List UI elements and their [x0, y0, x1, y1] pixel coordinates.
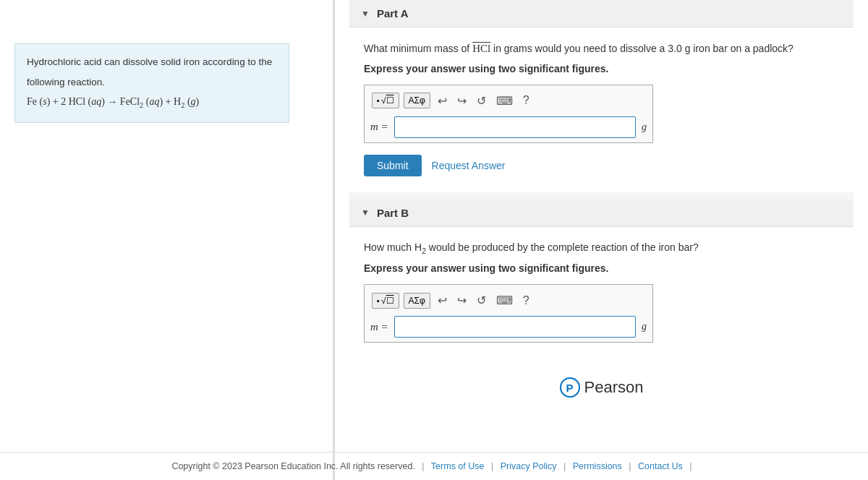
part-a-greek-button[interactable]: ΑΣφ: [404, 93, 430, 108]
part-b-keyboard-button[interactable]: ⌨: [493, 292, 516, 309]
part-a-undo-button[interactable]: ↩: [435, 93, 450, 109]
part-b-header: ▼ Part B: [349, 200, 854, 227]
part-a-keyboard-icon: ⌨: [496, 95, 513, 107]
part-a-answer-input[interactable]: [394, 116, 636, 138]
pearson-circle-icon: P: [560, 377, 580, 398]
part-b-toolbar: ▪ √☐ ΑΣφ ↩ ↪ ↺: [370, 289, 647, 312]
pearson-logo-area: P Pearson: [349, 377, 854, 398]
part-a-redo-icon: ↪: [457, 95, 467, 107]
part-b-input-area: ▪ √☐ ΑΣφ ↩ ↪ ↺: [364, 284, 653, 343]
reaction-box: Hydrochloric acid can dissolve solid iro…: [14, 43, 289, 123]
right-panel: ▼ Part A What minimum mass of HCl in gra…: [333, 0, 868, 480]
part-a-content: What minimum mass of HCl in grams would …: [349, 27, 854, 192]
privacy-policy-link[interactable]: Privacy Policy: [501, 461, 557, 471]
part-b-redo-icon: ↪: [457, 294, 467, 307]
part-b-greek-button[interactable]: ΑΣφ: [404, 293, 430, 309]
part-b-separator: [349, 192, 854, 200]
part-b-unit-label: g: [642, 321, 647, 333]
part-a-help-button[interactable]: ?: [520, 93, 532, 108]
part-a-section: ▼ Part A What minimum mass of HCl in gra…: [349, 0, 854, 192]
part-b-question: How much H2 would be produced by the com…: [364, 240, 839, 257]
part-b-greek-label: ΑΣφ: [409, 296, 425, 306]
part-b-answer-label: m =: [370, 321, 388, 333]
permissions-link[interactable]: Permissions: [573, 461, 622, 471]
part-b-help-button[interactable]: ?: [520, 293, 532, 309]
footer: Copyright © 2023 Pearson Education Inc. …: [0, 452, 868, 480]
part-b-refresh-button[interactable]: ↺: [474, 292, 489, 309]
pearson-logo: P Pearson: [349, 377, 854, 398]
part-a-answer-label: m =: [370, 121, 388, 133]
part-a-question: What minimum mass of HCl in grams would …: [364, 40, 839, 57]
reaction-text-line1: Hydrochloric acid can dissolve solid iro…: [27, 54, 277, 70]
part-a-toolbar: ▪ √☐ ΑΣφ ↩ ↪ ↺: [370, 90, 647, 112]
part-a-header: ▼ Part A: [349, 0, 854, 27]
part-b-instruction: Express your answer using two significan…: [364, 262, 839, 274]
part-b-keyboard-icon: ⌨: [496, 294, 513, 307]
part-b-undo-icon: ↩: [438, 294, 447, 307]
part-a-help-icon: ?: [523, 94, 529, 106]
part-b-matrix-icon: ▪: [377, 296, 380, 305]
part-a-answer-row: m = g: [370, 116, 647, 138]
part-a-input-area: ▪ √☐ ΑΣφ ↩ ↪ ↺: [364, 85, 653, 143]
part-a-submit-button[interactable]: Submit: [364, 155, 422, 176]
reaction-formula: Fe (s) + 2 HCl (aq) → FeCl2 (aq) + H2 (g…: [27, 94, 277, 112]
part-b-answer-row: m = g: [370, 316, 647, 338]
part-a-unit-label: g: [642, 121, 647, 133]
part-b-undo-button[interactable]: ↩: [435, 292, 450, 309]
part-b-content: How much H2 would be produced by the com…: [349, 227, 854, 371]
pearson-name-label: Pearson: [584, 378, 644, 397]
reaction-text-line2: following reaction.: [27, 74, 277, 90]
part-a-redo-button[interactable]: ↪: [454, 93, 469, 109]
part-b-sqrt-icon: √☐: [381, 296, 394, 306]
part-b-label: Part B: [377, 207, 409, 219]
part-a-refresh-icon: ↺: [477, 95, 486, 107]
part-a-undo-icon: ↩: [438, 95, 447, 107]
part-a-greek-label: ΑΣφ: [409, 95, 425, 106]
part-b-help-icon: ?: [523, 294, 529, 307]
part-a-math-button[interactable]: ▪ √☐: [372, 93, 399, 108]
part-b-answer-input[interactable]: [394, 316, 636, 338]
part-a-matrix-icon: ▪: [377, 96, 380, 105]
part-b-refresh-icon: ↺: [477, 294, 486, 307]
part-a-instruction: Express your answer using two significan…: [364, 63, 839, 74]
part-b-arrow-icon: ▼: [361, 207, 370, 218]
part-b-math-button[interactable]: ▪ √☐: [372, 293, 399, 309]
copyright-text: Copyright © 2023 Pearson Education Inc. …: [171, 461, 414, 471]
part-b-redo-button[interactable]: ↪: [454, 292, 469, 309]
contact-us-link[interactable]: Contact Us: [638, 461, 683, 471]
part-a-sqrt-icon: √☐: [381, 95, 394, 106]
terms-of-use-link[interactable]: Terms of Use: [431, 461, 485, 471]
part-a-btn-row: Submit Request Answer: [364, 155, 839, 176]
left-panel: Hydrochloric acid can dissolve solid iro…: [0, 0, 333, 480]
part-a-request-answer-link[interactable]: Request Answer: [432, 160, 506, 171]
part-b-section: ▼ Part B How much H2 would be produced b…: [349, 200, 854, 371]
part-a-label: Part A: [377, 7, 409, 20]
part-a-refresh-button[interactable]: ↺: [474, 93, 489, 109]
part-a-keyboard-button[interactable]: ⌨: [493, 93, 516, 109]
part-a-arrow-icon: ▼: [361, 9, 370, 19]
footer-copyright: Copyright © 2023 Pearson Education Inc. …: [14, 461, 854, 471]
